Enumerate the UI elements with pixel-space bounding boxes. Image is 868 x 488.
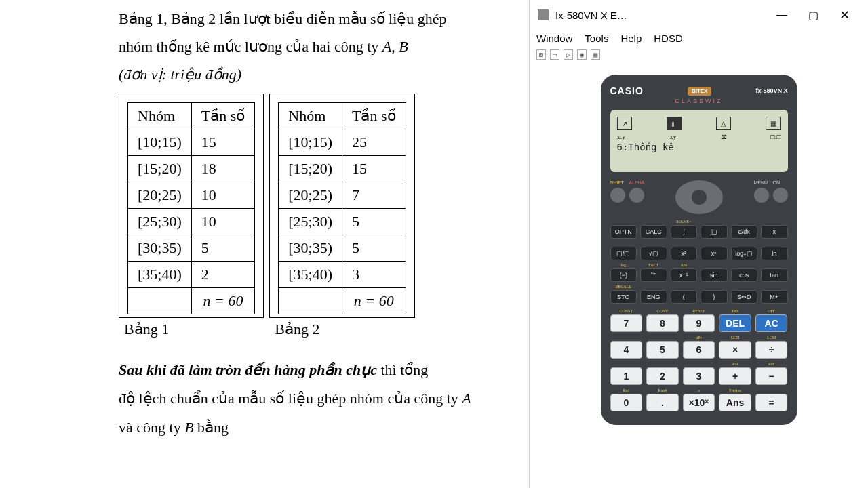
shift-button[interactable]	[610, 188, 625, 203]
sqrt-button[interactable]: √▢	[640, 247, 667, 260]
minimize-button[interactable]: —	[766, 1, 797, 28]
ln-button[interactable]: ln	[761, 247, 788, 260]
table-1-caption: Bảng 1	[119, 318, 269, 341]
num-0[interactable]: 0	[610, 394, 643, 411]
menubar: Window Tools Help HDSD	[530, 30, 868, 47]
table-1: NhómTần số [10;15)15 [15;20)18 [20;25)10…	[127, 102, 255, 314]
on-button[interactable]	[773, 188, 788, 203]
window-title: fx-580VN X E…	[555, 9, 766, 21]
sto-button[interactable]: STO	[610, 290, 637, 304]
equals-button[interactable]: =	[755, 394, 788, 411]
log-button[interactable]: log₊▢	[731, 247, 758, 260]
calculator-body: CASIO BITEX fx-580VN X CLASSWIZ ↗ ⫼ △ ▦ …	[601, 75, 797, 425]
sin-button[interactable]: sin	[701, 268, 728, 282]
minus-button[interactable]: −	[755, 367, 788, 385]
num-4[interactable]: 4	[610, 341, 643, 359]
ac-button[interactable]: AC	[755, 314, 788, 332]
xn-button[interactable]: xⁿ	[701, 247, 728, 260]
plus-button[interactable]: +	[719, 367, 751, 385]
table-row: [20;25)10	[128, 182, 255, 208]
lcd-mode-icon: ▦	[766, 117, 781, 130]
toolbar-icon[interactable]: ◉	[577, 49, 587, 60]
table-1-wrap: NhómTần số [10;15)15 [15;20)18 [20;25)10…	[119, 94, 269, 341]
menu-button[interactable]	[754, 188, 769, 203]
x2-button[interactable]: x²	[671, 247, 698, 260]
lcd-screen: ↗ ⫼ △ ▦ x:y xy ⚖ □:□ 6:Thống kê	[610, 110, 788, 172]
integral-button[interactable]: ∫	[671, 225, 698, 239]
num-5[interactable]: 5	[646, 341, 679, 359]
num-9[interactable]: 9	[683, 314, 715, 332]
table-row: [15;20)18	[128, 155, 255, 182]
brand-casio: CASIO	[610, 85, 644, 96]
num-8[interactable]: 8	[646, 314, 679, 332]
optn-button[interactable]: OPTN	[610, 225, 637, 239]
dpad[interactable]	[675, 180, 723, 214]
menu-hdsd[interactable]: HDSD	[654, 33, 683, 44]
lcd-sub-icon: xy	[669, 133, 676, 140]
exp-button[interactable]: ×10ˣ	[683, 394, 715, 411]
mplus-button[interactable]: M+	[761, 290, 788, 304]
toolbar-icon[interactable]: ▭	[550, 49, 559, 60]
lcd-sub-icon: □:□	[771, 133, 781, 140]
calc-button[interactable]: CALC	[640, 225, 667, 239]
maximize-button[interactable]: ▢	[797, 1, 829, 28]
num-1[interactable]: 1	[610, 367, 643, 385]
num-7[interactable]: 7	[610, 314, 643, 332]
paragraph-1: Bảng 1, Bảng 2 lần lượt biểu diễn mẫu số…	[119, 7, 512, 30]
neg-button[interactable]: (−)	[610, 268, 637, 282]
table-row: [35;40)3	[279, 261, 406, 287]
table-row: [30;35)5	[279, 235, 406, 261]
table-2-wrap: NhómTần số [10;15)25 [15;20)15 [20;25)7 …	[269, 94, 420, 341]
num-3[interactable]: 3	[683, 367, 715, 385]
toolbar: ⊡ ▭ ▷ ◉ ▦	[530, 47, 868, 62]
table-row: [20;25)7	[279, 182, 406, 208]
eng-button[interactable]: ENG	[640, 290, 667, 304]
table-row: [35;40)2	[128, 261, 255, 287]
table-row: [10;15)15	[128, 129, 255, 155]
lparen-button[interactable]: (	[671, 290, 698, 304]
app-icon	[538, 9, 549, 20]
menu-window[interactable]: Window	[536, 33, 572, 44]
toolbar-icon[interactable]: ▦	[591, 49, 600, 60]
menu-help[interactable]: Help	[620, 33, 642, 44]
dms-button[interactable]: °′″	[640, 268, 667, 282]
lcd-mode-icon: △	[716, 117, 731, 130]
x-button[interactable]: x	[761, 225, 788, 239]
close-button[interactable]: ✕	[829, 1, 860, 28]
question-text: Sau khi đã làm tròn đến hàng phần chục t…	[119, 356, 512, 443]
tables-row: NhómTần số [10;15)15 [15;20)18 [20;25)10…	[119, 94, 512, 341]
divide-button[interactable]: ÷	[755, 341, 788, 359]
del-button[interactable]: DEL	[719, 314, 751, 332]
tan-button[interactable]: tan	[761, 268, 788, 282]
alpha-button[interactable]	[629, 188, 644, 203]
num-2[interactable]: 2	[646, 367, 679, 385]
multiply-button[interactable]: ×	[719, 341, 751, 359]
bitex-badge: BITEX	[688, 87, 712, 96]
function-keys: OPTN CALC SOLVE=∫ ∫▢ d/dx x ▢/▢ √▢ x² xⁿ…	[610, 220, 788, 304]
table-row: [25;30)5	[279, 208, 406, 235]
table-2-caption: Bảng 2	[269, 318, 420, 341]
toolbar-icon[interactable]: ⊡	[536, 49, 546, 60]
numeric-keypad: CONST7 CONV8 RESET9 INSDEL OFFAC 4 5 nPr…	[610, 309, 788, 411]
xinv-button[interactable]: x⁻¹	[671, 268, 698, 282]
titlebar: fx-580VN X E… — ▢ ✕	[530, 0, 868, 30]
fn-button[interactable]: ∫▢	[701, 225, 728, 239]
toolbar-icon[interactable]: ▷	[564, 49, 573, 60]
num-6[interactable]: 6	[683, 341, 715, 359]
lcd-mode-icon: ↗	[617, 117, 632, 130]
rparen-button[interactable]: )	[701, 290, 728, 304]
menu-tools[interactable]: Tools	[585, 33, 608, 44]
model-label: fx-580VN X	[755, 87, 787, 94]
sd-button[interactable]: S⇔D	[731, 290, 758, 304]
table-row: [10;15)25	[279, 129, 406, 155]
cos-button[interactable]: cos	[731, 268, 758, 282]
document-pane: Bảng 1, Bảng 2 lần lượt biểu diễn mẫu số…	[119, 7, 512, 443]
dot-button[interactable]: .	[646, 394, 679, 411]
lcd-text: 6:Thống kê	[617, 142, 781, 152]
frac-button[interactable]: ▢/▢	[610, 247, 637, 260]
table-row: n = 60	[128, 287, 255, 314]
ans-button[interactable]: Ans	[719, 394, 751, 411]
paragraph-unit: (đơn vị: triệu đồng)	[119, 62, 512, 86]
table-row: [25;30)10	[128, 208, 255, 235]
fn-button[interactable]: d/dx	[731, 225, 758, 239]
